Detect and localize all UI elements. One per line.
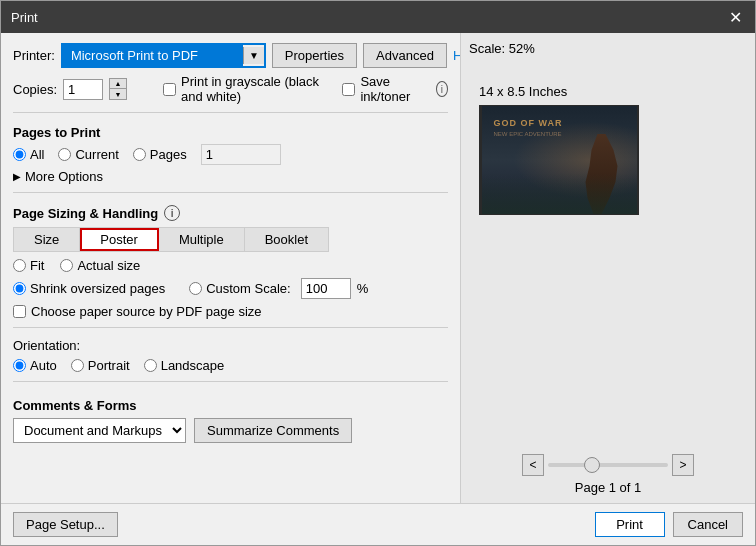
landscape-radio[interactable] bbox=[144, 359, 157, 372]
dialog-title: Print bbox=[11, 10, 38, 25]
tab-multiple[interactable]: Multiple bbox=[159, 228, 245, 251]
all-label: All bbox=[30, 147, 44, 162]
page-sizing-title: Page Sizing & Handling bbox=[13, 206, 158, 221]
comments-select[interactable]: Document and MarkupsDocumentForm fields … bbox=[13, 418, 186, 443]
actual-size-radio[interactable] bbox=[60, 259, 73, 272]
fog-overlay bbox=[482, 174, 637, 214]
current-radio[interactable] bbox=[58, 148, 71, 161]
choose-paper-row: Choose paper source by PDF page size bbox=[13, 304, 448, 319]
shrink-label: Shrink oversized pages bbox=[30, 281, 165, 296]
gow-title: GOD OF WAR bbox=[494, 118, 563, 128]
page-sizing-info-icon[interactable]: i bbox=[164, 205, 180, 221]
tab-size[interactable]: Size bbox=[14, 228, 80, 251]
custom-scale-input[interactable] bbox=[301, 278, 351, 299]
current-label: Current bbox=[75, 147, 118, 162]
tab-booklet[interactable]: Booklet bbox=[245, 228, 328, 251]
copies-input[interactable] bbox=[63, 79, 103, 100]
current-radio-item: Current bbox=[58, 147, 118, 162]
gow-subtitle: NEW EPIC ADVENTURE bbox=[494, 131, 562, 137]
printer-value[interactable]: Microsoft Print to PDF bbox=[63, 45, 243, 66]
comments-section: Comments & Forms Document and MarkupsDoc… bbox=[13, 394, 448, 443]
copies-down[interactable]: ▼ bbox=[110, 89, 126, 99]
copies-row: Copies: ▲ ▼ Print in grayscale (black an… bbox=[13, 74, 448, 104]
landscape-radio-item: Landscape bbox=[144, 358, 225, 373]
page-slider[interactable] bbox=[548, 463, 668, 467]
prev-page-button[interactable]: < bbox=[522, 454, 544, 476]
fit-radio[interactable] bbox=[13, 259, 26, 272]
page-sizing-header: Page Sizing & Handling i bbox=[13, 205, 448, 221]
actual-size-radio-item: Actual size bbox=[60, 258, 140, 273]
copies-spinner: ▲ ▼ bbox=[109, 78, 127, 100]
grayscale-checkbox[interactable] bbox=[163, 83, 176, 96]
pages-label: Pages bbox=[150, 147, 187, 162]
tab-poster[interactable]: Poster bbox=[80, 228, 159, 251]
choose-paper-checkbox[interactable] bbox=[13, 305, 26, 318]
pages-input[interactable] bbox=[201, 144, 281, 165]
auto-label: Auto bbox=[30, 358, 57, 373]
comments-section-title: Comments & Forms bbox=[13, 398, 448, 413]
next-page-button[interactable]: > bbox=[672, 454, 694, 476]
pages-radio-row: All Current Pages bbox=[13, 144, 448, 165]
copies-up[interactable]: ▲ bbox=[110, 79, 126, 89]
saveink-label: Save ink/toner bbox=[360, 74, 415, 104]
saveink-checkbox[interactable] bbox=[342, 83, 355, 96]
print-preview: GOD OF WAR NEW EPIC ADVENTURE bbox=[479, 105, 639, 215]
advanced-button[interactable]: Advanced bbox=[363, 43, 447, 68]
saveink-checkbox-item: Save ink/toner bbox=[342, 74, 415, 104]
title-bar: Print ✕ bbox=[1, 1, 755, 33]
grayscale-label: Print in grayscale (black and white) bbox=[181, 74, 322, 104]
custom-scale-label: Custom Scale: bbox=[206, 281, 291, 296]
custom-scale-radio[interactable] bbox=[189, 282, 202, 295]
grayscale-checkbox-item: Print in grayscale (black and white) bbox=[163, 74, 322, 104]
shrink-radio-item: Shrink oversized pages bbox=[13, 281, 165, 296]
print-button[interactable]: Print bbox=[595, 512, 665, 537]
portrait-radio-item: Portrait bbox=[71, 358, 130, 373]
shrink-radio[interactable] bbox=[13, 282, 26, 295]
auto-radio[interactable] bbox=[13, 359, 26, 372]
page-counter: Page 1 of 1 bbox=[575, 480, 642, 495]
preview-inner: GOD OF WAR NEW EPIC ADVENTURE bbox=[482, 106, 637, 214]
scale-unit: % bbox=[357, 281, 369, 296]
tab-row: Size Poster Multiple Booklet bbox=[13, 227, 329, 252]
pages-section-title: Pages to Print bbox=[13, 125, 448, 140]
printer-label: Printer: bbox=[13, 48, 55, 63]
properties-button[interactable]: Properties bbox=[272, 43, 357, 68]
fit-actual-row: Fit Actual size bbox=[13, 258, 448, 273]
printer-row: Printer: Microsoft Print to PDF ▼ Proper… bbox=[13, 43, 448, 68]
more-options-arrow: ▶ bbox=[13, 171, 21, 182]
portrait-label: Portrait bbox=[88, 358, 130, 373]
close-button[interactable]: ✕ bbox=[725, 7, 745, 27]
orientation-radio-row: Auto Portrait Landscape bbox=[13, 358, 448, 373]
pages-radio-item: Pages bbox=[133, 147, 187, 162]
comments-dropdown-row: Document and MarkupsDocumentForm fields … bbox=[13, 418, 448, 443]
custom-scale-radio-item: Custom Scale: % bbox=[189, 278, 368, 299]
choose-paper-label: Choose paper source by PDF page size bbox=[31, 304, 262, 319]
summarize-comments-button[interactable]: Summarize Comments bbox=[194, 418, 352, 443]
printer-dropdown-arrow[interactable]: ▼ bbox=[243, 47, 264, 64]
auto-radio-item: Auto bbox=[13, 358, 57, 373]
page-setup-button[interactable]: Page Setup... bbox=[13, 512, 118, 537]
pages-radio[interactable] bbox=[133, 148, 146, 161]
sizing-options: Fit Actual size Shrink oversized pages bbox=[13, 258, 448, 319]
saveink-info-icon: i bbox=[436, 81, 448, 97]
actual-size-label: Actual size bbox=[77, 258, 140, 273]
more-options-label: More Options bbox=[25, 169, 103, 184]
help-link[interactable]: Help bbox=[453, 48, 461, 63]
portrait-radio[interactable] bbox=[71, 359, 84, 372]
shrink-custom-row: Shrink oversized pages Custom Scale: % bbox=[13, 278, 448, 299]
page-size-text: 14 x 8.5 Inches bbox=[479, 84, 567, 99]
checkbox-row: Print in grayscale (black and white) Sav… bbox=[163, 74, 448, 104]
footer-right: Print Cancel bbox=[595, 512, 743, 537]
copies-label: Copies: bbox=[13, 82, 57, 97]
nav-row: < > bbox=[469, 454, 747, 476]
cancel-button[interactable]: Cancel bbox=[673, 512, 743, 537]
orientation-label: Orientation: bbox=[13, 338, 448, 353]
page-sizing-section: Page Sizing & Handling i Size Poster Mul… bbox=[13, 201, 448, 319]
all-radio[interactable] bbox=[13, 148, 26, 161]
slider-thumb bbox=[584, 457, 600, 473]
print-dialog: Print ✕ Printer: Microsoft Print to PDF … bbox=[0, 0, 756, 546]
landscape-label: Landscape bbox=[161, 358, 225, 373]
more-options[interactable]: ▶ More Options bbox=[13, 169, 448, 184]
pages-to-print-section: Pages to Print All Current Pages bbox=[13, 121, 448, 184]
left-panel: Printer: Microsoft Print to PDF ▼ Proper… bbox=[1, 33, 461, 503]
